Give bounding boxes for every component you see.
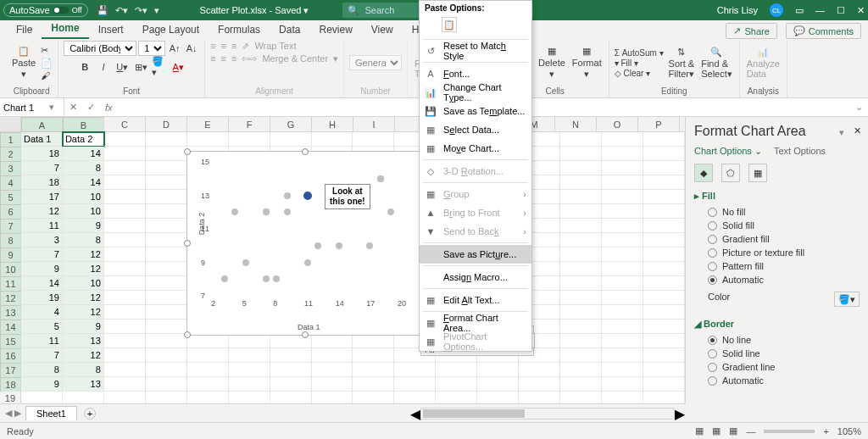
ribbon-display-icon[interactable]: ▭ xyxy=(795,5,804,16)
text-options-tab[interactable]: Text Options xyxy=(774,146,826,157)
col-header[interactable]: I xyxy=(353,117,395,131)
ctx-save-as-picture[interactable]: Save as Picture... xyxy=(420,245,531,264)
fill-button[interactable]: ▾ Fill ▾ xyxy=(615,58,664,68)
name-box[interactable]: Chart 1▾ xyxy=(0,98,64,116)
minimize-icon[interactable]: — xyxy=(815,5,825,15)
grow-font-icon[interactable]: A↑ xyxy=(167,41,182,56)
ctx-font[interactable]: AFont... xyxy=(420,64,531,83)
share-button[interactable]: ↗ Share xyxy=(726,23,776,39)
font-color-icon[interactable]: A▾ xyxy=(170,59,186,75)
col-header[interactable]: N xyxy=(555,117,597,131)
cancel-icon[interactable]: ✕ xyxy=(64,102,82,113)
chart-callout[interactable]: Look atthis one! xyxy=(325,184,370,209)
italic-icon[interactable]: I xyxy=(96,59,111,75)
new-sheet-icon[interactable]: + xyxy=(84,408,96,420)
find-select-button[interactable]: 🔍Find &Select▾ xyxy=(699,45,734,81)
auto-line-radio[interactable]: Automatic xyxy=(694,374,860,387)
tab-view[interactable]: View xyxy=(362,20,403,39)
format-button[interactable]: ▦Format▾ xyxy=(570,44,604,81)
col-header[interactable]: B xyxy=(63,117,104,132)
paste-option-icon[interactable]: 📋 xyxy=(442,17,457,32)
no-fill-radio[interactable]: No fill xyxy=(694,205,860,219)
ctx-select-data[interactable]: ▦Select Data... xyxy=(420,120,531,139)
sort-filter-button[interactable]: ⇅Sort &Filter▾ xyxy=(667,45,697,81)
col-header[interactable]: D xyxy=(146,117,187,131)
sheet-tab[interactable]: Sheet1 xyxy=(25,406,77,420)
undo-icon[interactable]: ↶▾ xyxy=(115,5,128,16)
color-picker[interactable]: 🪣▾ xyxy=(834,292,860,307)
col-header[interactable]: A xyxy=(21,117,63,132)
view-page-break-icon[interactable]: ▦ xyxy=(729,425,737,436)
fill-color-icon[interactable]: 🪣▾ xyxy=(152,59,167,75)
col-header[interactable]: O xyxy=(597,117,638,131)
fx-icon[interactable]: fx xyxy=(100,103,118,113)
fill-line-icon[interactable]: ◆ xyxy=(694,164,713,182)
border-section[interactable]: ◢ Border xyxy=(694,319,860,330)
paste-button[interactable]: 📋Paste▾ xyxy=(10,44,37,81)
tab-review[interactable]: Review xyxy=(309,20,361,39)
ctx-save-template[interactable]: 💾Save as Template... xyxy=(420,102,531,120)
tab-insert[interactable]: Insert xyxy=(89,20,133,39)
col-header[interactable]: P xyxy=(638,117,680,131)
tab-data[interactable]: Data xyxy=(270,20,309,39)
tab-formulas[interactable]: Formulas xyxy=(209,20,270,39)
avatar[interactable]: CL xyxy=(770,3,783,17)
view-page-layout-icon[interactable]: ▦ xyxy=(712,425,721,436)
col-header[interactable]: G xyxy=(270,117,312,131)
format-painter-icon[interactable]: 🖌 xyxy=(41,70,53,81)
view-normal-icon[interactable]: ▦ xyxy=(695,425,704,436)
font-size[interactable]: 10 xyxy=(138,41,165,56)
size-props-icon[interactable]: ▦ xyxy=(748,164,767,182)
border-icon[interactable]: ⊞▾ xyxy=(133,59,148,75)
auto-fill-radio[interactable]: Automatic xyxy=(694,273,860,286)
redo-icon[interactable]: ↷▾ xyxy=(135,5,147,16)
save-icon[interactable]: 💾 xyxy=(97,5,108,16)
cut-icon[interactable]: ✂ xyxy=(41,45,53,56)
effects-icon[interactable]: ⬠ xyxy=(721,164,740,182)
zoom-out-icon[interactable]: — xyxy=(746,426,755,436)
delete-button[interactable]: ▦Delete▾ xyxy=(537,44,567,81)
font-name[interactable]: Calibri (Body) xyxy=(64,41,136,56)
ctx-move-chart[interactable]: ▦Move Chart... xyxy=(420,139,531,158)
worksheet-grid[interactable]: A B C D E F G H I M N O P 1Data 1Data 22… xyxy=(0,117,685,403)
tab-home[interactable]: Home xyxy=(42,19,88,39)
enter-icon[interactable]: ✓ xyxy=(82,102,100,113)
no-line-radio[interactable]: No line xyxy=(694,333,860,347)
underline-icon[interactable]: U▾ xyxy=(114,59,130,75)
tab-page-layout[interactable]: Page Layout xyxy=(133,20,209,39)
zoom-level[interactable]: 105% xyxy=(837,426,861,436)
analyze-data-button[interactable]: 📊AnalyzeData xyxy=(745,45,782,81)
clear-button[interactable]: ◇ Clear ▾ xyxy=(615,69,664,78)
gradient-line-radio[interactable]: Gradient line xyxy=(694,360,860,374)
picture-fill-radio[interactable]: Picture or texture fill xyxy=(694,246,860,259)
number-format[interactable]: General xyxy=(349,55,402,70)
col-header[interactable]: E xyxy=(187,117,229,131)
solid-line-radio[interactable]: Solid line xyxy=(694,347,860,360)
col-header[interactable]: F xyxy=(229,117,270,131)
fill-section[interactable]: ▸ Fill xyxy=(694,191,860,202)
ctx-edit-alt-text[interactable]: ▦Edit Alt Text... xyxy=(420,291,531,309)
pattern-fill-radio[interactable]: Pattern fill xyxy=(694,259,860,273)
comments-button[interactable]: 💬 Comments xyxy=(786,23,861,39)
zoom-slider[interactable] xyxy=(764,430,815,433)
col-header[interactable]: H xyxy=(312,117,353,131)
ctx-assign-macro[interactable]: Assign Macro... xyxy=(420,268,531,286)
col-header[interactable]: C xyxy=(104,117,146,131)
shrink-font-icon[interactable]: A↓ xyxy=(184,41,199,56)
copy-icon[interactable]: 📄 xyxy=(41,58,53,69)
chart-object[interactable]: Data 2 Data 1 2581114172079111315 Look a… xyxy=(186,151,424,336)
ctx-format-chart-area[interactable]: ▦Format Chart Area... xyxy=(420,314,531,332)
autosave-toggle[interactable]: AutoSaveOff xyxy=(3,3,88,17)
horizontal-scrollbar[interactable] xyxy=(420,408,675,420)
bold-icon[interactable]: B xyxy=(77,59,92,75)
ctx-change-chart-type[interactable]: 📊Change Chart Type... xyxy=(420,83,531,102)
autosum-button[interactable]: Σ AutoSum ▾ xyxy=(615,48,664,58)
ctx-reset-style[interactable]: ↺Reset to Match Style xyxy=(420,42,531,60)
select-all-corner[interactable] xyxy=(0,117,21,131)
tab-file[interactable]: File xyxy=(7,20,42,39)
pane-options-icon[interactable]: ▾ xyxy=(839,127,844,138)
chart-options-tab[interactable]: Chart Options ⌄ xyxy=(694,146,762,157)
maximize-icon[interactable]: ☐ xyxy=(837,5,845,16)
zoom-in-icon[interactable]: + xyxy=(823,426,828,436)
solid-fill-radio[interactable]: Solid fill xyxy=(694,219,860,232)
